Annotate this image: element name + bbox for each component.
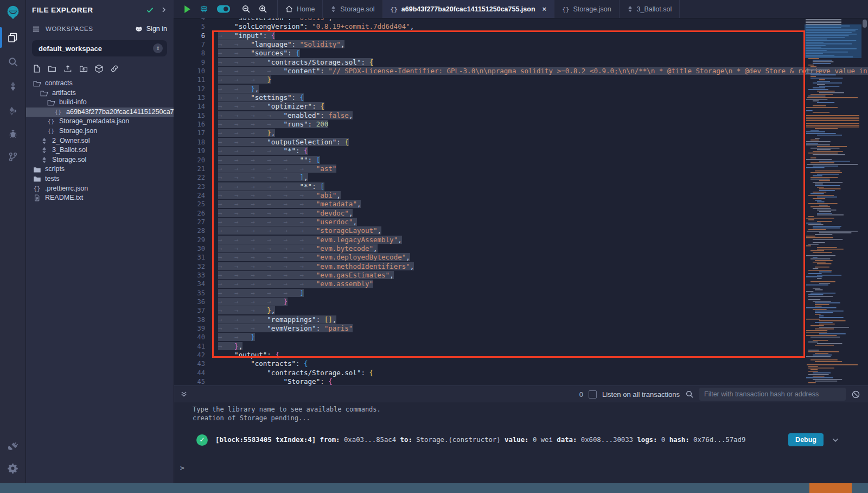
zoom-in-icon[interactable] (258, 4, 267, 14)
line-number[interactable]: 22 (174, 173, 218, 182)
sidebar-item-plugin-manager[interactable] (0, 437, 25, 456)
line-number[interactable]: 19 (174, 147, 218, 155)
tree-item[interactable]: {}.prettierrc.json (25, 184, 174, 194)
ai-assistant-icon[interactable] (199, 4, 209, 14)
line-number[interactable]: 36 (174, 298, 218, 306)
line-number[interactable]: 32 (174, 262, 218, 271)
code-line[interactable]: 30→ → → → → → "evm.bytecode", (174, 244, 868, 253)
line-number[interactable]: 27 (174, 218, 218, 226)
code-line[interactable]: 42 "output": { (174, 351, 868, 359)
chevron-right-icon[interactable] (161, 7, 167, 13)
code-line[interactable]: 21→ → → → → → "ast" (174, 165, 868, 173)
line-number[interactable]: 44 (174, 369, 218, 377)
tab-3-ballot-sol[interactable]: 3_Ballot.sol (620, 0, 680, 18)
line-number[interactable]: 16 (174, 120, 218, 129)
line-number[interactable]: 31 (174, 253, 218, 262)
line-number[interactable]: 20 (174, 156, 218, 165)
upload-file-icon[interactable] (63, 64, 73, 73)
line-number[interactable]: 18 (174, 138, 218, 147)
clear-console-icon[interactable] (851, 390, 860, 399)
code-line[interactable]: 41→ }, (174, 342, 868, 351)
line-number[interactable]: 42 (174, 351, 218, 359)
code-editor[interactable]: 4 "solcVersion": "0.8.19",5 "solcLongVer… (174, 18, 868, 385)
code-line[interactable]: 24→ → → → → → "abi", (174, 191, 868, 200)
code-line[interactable]: 29→ → → → → → "evm.legacyAssembly", (174, 236, 868, 244)
line-number[interactable]: 12 (174, 85, 218, 93)
code-line[interactable]: 11→ → → } (174, 75, 868, 84)
line-number[interactable]: 41 (174, 342, 218, 351)
line-number[interactable]: 43 (174, 359, 218, 368)
line-number[interactable]: 23 (174, 182, 218, 191)
code-line[interactable]: 31→ → → → → → "evm.deployedBytecode", (174, 253, 868, 262)
tree-item[interactable]: scripts (25, 165, 174, 174)
code-line[interactable]: 44 "contracts/Storage.sol": { (174, 369, 868, 377)
tree-item[interactable]: 3_Ballot.sol (25, 146, 174, 155)
line-number[interactable]: 40 (174, 333, 218, 342)
status-alert-segment[interactable] (809, 483, 852, 493)
line-number[interactable]: 17 (174, 129, 218, 137)
remix-logo-icon[interactable] (0, 3, 25, 22)
line-number[interactable]: 11 (174, 75, 218, 84)
line-number[interactable]: 25 (174, 200, 218, 208)
line-number[interactable]: 26 (174, 209, 218, 218)
code-line[interactable]: 22→ → → → → ], (174, 173, 868, 182)
link-icon[interactable] (110, 64, 119, 73)
code-line[interactable]: 19→ → → → "*": { (174, 147, 868, 155)
line-number[interactable]: 28 (174, 226, 218, 235)
code-line[interactable]: 37→ → → }, (174, 306, 868, 315)
tree-item[interactable]: Storage.sol (25, 155, 174, 165)
code-line[interactable]: 17→ → → }, (174, 129, 868, 137)
tree-item[interactable]: build-info (25, 98, 174, 108)
toggle-icon[interactable] (216, 4, 231, 14)
tree-item[interactable]: {}Storage.json (25, 127, 174, 136)
line-number[interactable]: 10 (174, 67, 218, 75)
expand-terminal-icon[interactable] (180, 390, 188, 398)
code-line[interactable]: 13→ → "settings": { (174, 93, 868, 102)
line-number[interactable]: 38 (174, 315, 218, 324)
code-line[interactable]: 12→ → }, (174, 85, 868, 93)
sidebar-item-debugger[interactable] (0, 125, 25, 143)
zoom-out-icon[interactable] (241, 4, 251, 14)
code-line[interactable]: 20→ → → → → "": [ (174, 156, 868, 165)
code-line[interactable]: 38→ → → "remappings": [], (174, 315, 868, 324)
run-script-button[interactable] (183, 5, 192, 14)
new-file-icon[interactable] (32, 64, 41, 73)
code-line[interactable]: 16→ → → → "runs": 200 (174, 120, 868, 129)
code-line[interactable]: 23→ → → → → "*": [ (174, 182, 868, 191)
code-line[interactable]: 25→ → → → → → "metadata", (174, 200, 868, 208)
line-number[interactable]: 4 (174, 18, 218, 22)
line-number[interactable]: 7 (174, 40, 218, 49)
tree-item[interactable]: README.txt (25, 193, 174, 203)
terminal-prompt[interactable]: > (180, 464, 184, 472)
sidebar-item-search[interactable] (0, 53, 25, 71)
line-number[interactable]: 39 (174, 324, 218, 333)
transaction-row[interactable]: ✓ [block:5583405 txIndex:4] from: 0xa03.… (174, 432, 868, 448)
code-line[interactable]: 32→ → → → → → "evm.methodIdentifiers", (174, 262, 868, 271)
line-number[interactable]: 24 (174, 191, 218, 200)
line-number[interactable]: 37 (174, 306, 218, 315)
code-line[interactable]: 9→ → → "contracts/Storage.sol": { (174, 58, 868, 67)
hamburger-icon[interactable] (32, 25, 40, 33)
tree-item[interactable]: contracts (25, 79, 174, 89)
line-number[interactable]: 15 (174, 111, 218, 120)
tree-item[interactable]: {}a69b43f277ba20fcac141151250ca7... (25, 108, 174, 117)
editor-scrollbar[interactable] (863, 20, 867, 28)
line-number[interactable]: 5 (174, 22, 218, 31)
tree-item[interactable]: artifacts (25, 89, 174, 98)
sidebar-item-file-explorer[interactable] (0, 28, 25, 47)
code-line[interactable]: 5 "solcLongVersion": "0.8.19+commit.7dd6… (174, 22, 868, 31)
line-number[interactable]: 6 (174, 31, 218, 40)
tab-storage-sol[interactable]: Storage.sol (323, 0, 382, 18)
line-number[interactable]: 8 (174, 49, 218, 58)
line-number[interactable]: 45 (174, 377, 218, 385)
line-number[interactable]: 35 (174, 289, 218, 298)
line-number[interactable]: 9 (174, 58, 218, 67)
minimap[interactable] (805, 18, 861, 385)
line-number[interactable]: 34 (174, 280, 218, 288)
code-line[interactable]: 6→ "input": { (174, 31, 868, 40)
code-line[interactable]: 28→ → → → → → "storageLayout", (174, 226, 868, 235)
box-icon[interactable] (94, 64, 104, 73)
code-line[interactable]: 14→ → → "optimizer": { (174, 102, 868, 111)
listen-checkbox[interactable] (589, 390, 597, 399)
code-line[interactable]: 15→ → → → "enabled": false, (174, 111, 868, 120)
